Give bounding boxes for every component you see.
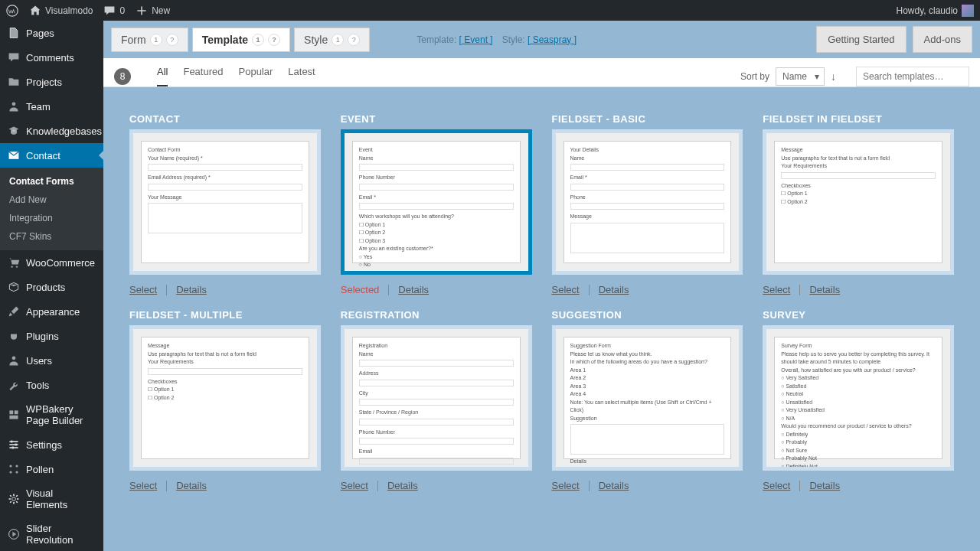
help-icon[interactable]: ? xyxy=(268,34,280,46)
tab-style[interactable]: Style1? xyxy=(294,28,370,52)
details-link[interactable]: Details xyxy=(176,480,207,491)
tab-template[interactable]: Template1? xyxy=(192,28,290,52)
details-link[interactable]: Details xyxy=(809,284,840,295)
select-link[interactable]: Select xyxy=(763,284,790,295)
sidebar-item-label: Pollen xyxy=(26,464,54,475)
tab-form[interactable]: Form1? xyxy=(111,28,188,52)
submenu-contact-forms[interactable]: Contact Forms xyxy=(0,172,103,191)
sidebar-item-slider-revolution[interactable]: Slider Revolution xyxy=(0,517,103,551)
template-card: SURVEYSurvey FormPlease help us to serve… xyxy=(763,309,954,491)
sidebar-item-label: Settings xyxy=(26,439,62,451)
gear-icon xyxy=(8,493,20,505)
select-link[interactable]: Select xyxy=(129,480,157,491)
template-preview[interactable]: Contact FormYour Name (required) *Email … xyxy=(129,129,321,275)
addons-button[interactable]: Add-ons xyxy=(913,26,972,53)
sidebar-item-wpbakery-page-builder[interactable]: WPBakery Page Builder xyxy=(0,397,103,432)
sidebar-item-contact[interactable]: Contact xyxy=(0,143,103,168)
svg-rect-6 xyxy=(9,410,13,414)
select-link[interactable]: Select xyxy=(341,480,368,491)
card-title: SURVEY xyxy=(763,309,954,321)
template-card: FIELDSET IN FIELDSETMessageUse paragraph… xyxy=(763,113,954,295)
user-icon xyxy=(8,354,20,367)
tab-count: 1 xyxy=(252,34,264,46)
site-link[interactable]: Visualmodo xyxy=(29,5,93,17)
sidebar-item-label: Tools xyxy=(26,380,49,391)
info-template-value[interactable]: [ Event ] xyxy=(459,34,493,45)
template-preview[interactable]: MessageUse paragraphs for text that is n… xyxy=(763,129,954,275)
sidebar-item-pollen[interactable]: Pollen xyxy=(0,457,103,481)
filter-featured[interactable]: Featured xyxy=(183,66,223,86)
submenu-add-new[interactable]: Add New xyxy=(0,191,103,209)
comment-icon xyxy=(8,51,20,64)
template-preview[interactable]: MessageUse paragraphs for text that is n… xyxy=(129,325,321,471)
sidebar-item-tools[interactable]: Tools xyxy=(0,373,103,397)
folder-icon xyxy=(8,76,20,88)
sidebar-item-knowledgebases[interactable]: Knowledgebases xyxy=(0,119,103,143)
sidebar-item-visual-elements[interactable]: Visual Elements xyxy=(0,481,103,517)
template-preview[interactable]: Your DetailsNameEmail *PhoneMessage xyxy=(552,129,743,275)
info-style-value[interactable]: [ Seaspray ] xyxy=(528,34,577,45)
template-card: FIELDSET - BASICYour DetailsNameEmail *P… xyxy=(552,113,743,295)
svg-point-5 xyxy=(12,356,16,360)
sidebar-item-appearance[interactable]: Appearance xyxy=(0,299,103,324)
comments-count[interactable]: 0 xyxy=(103,5,125,17)
template-card: SUGGESTIONSuggestion FormPlease let us k… xyxy=(552,309,743,491)
sidebar-item-products[interactable]: Products xyxy=(0,275,103,299)
select-link[interactable]: Select xyxy=(552,480,580,491)
sidebar-item-pages[interactable]: Pages xyxy=(0,21,103,45)
sidebar-item-label: WPBakery Page Builder xyxy=(26,403,96,426)
avatar xyxy=(962,5,974,17)
svg-point-4 xyxy=(16,266,18,267)
submenu-integration[interactable]: Integration xyxy=(0,209,103,227)
submenu-cf7-skins[interactable]: CF7 Skins xyxy=(0,227,103,246)
details-link[interactable]: Details xyxy=(387,480,418,491)
user-greeting[interactable]: Howdy, claudio xyxy=(897,5,974,17)
info-style-label: Style: xyxy=(502,34,525,45)
sidebar-item-settings[interactable]: Settings xyxy=(0,432,103,457)
sidebar-item-label: WooCommerce xyxy=(26,257,95,269)
new-content[interactable]: New xyxy=(136,5,170,17)
details-link[interactable]: Details xyxy=(176,284,207,295)
template-preview[interactable]: Survey FormPlease help us to serve you b… xyxy=(763,325,954,471)
template-preview[interactable]: Suggestion FormPlease let us know what y… xyxy=(552,325,743,471)
sidebar-item-plugins[interactable]: Plugins xyxy=(0,324,103,348)
getting-started-button[interactable]: Getting Started xyxy=(816,26,906,53)
cap-icon xyxy=(8,125,20,137)
sidebar-item-label: Visual Elements xyxy=(26,487,96,510)
wp-logo[interactable] xyxy=(6,5,18,17)
filter-popular[interactable]: Popular xyxy=(239,66,273,86)
help-icon[interactable]: ? xyxy=(166,34,178,46)
admin-bar: Visualmodo 0 New Howdy, claudio xyxy=(0,0,980,21)
box-icon xyxy=(8,281,20,293)
sidebar-item-comments[interactable]: Comments xyxy=(0,45,103,70)
sidebar-item-label: Appearance xyxy=(26,306,80,318)
skins-toolbar: Form1?Template1?Style1? Template: [ Even… xyxy=(103,21,980,58)
template-preview[interactable]: RegistrationNameAddressCityState / Provi… xyxy=(341,325,532,471)
plug-icon xyxy=(8,330,20,342)
sidebar-item-projects[interactable]: Projects xyxy=(0,70,103,94)
sidebar-item-users[interactable]: Users xyxy=(0,348,103,373)
svg-rect-8 xyxy=(9,416,18,419)
svg-point-15 xyxy=(15,471,18,473)
details-link[interactable]: Details xyxy=(599,284,629,295)
sort-direction-icon[interactable]: ↓ xyxy=(831,70,836,83)
sidebar-item-woocommerce[interactable]: WooCommerce xyxy=(0,250,103,275)
filter-bar: 8 AllFeaturedPopularLatest Sort by Name … xyxy=(103,58,980,87)
search-input[interactable] xyxy=(856,67,969,86)
admin-sidebar: PagesCommentsProjectsTeamKnowledgebasesC… xyxy=(0,21,103,551)
wrench-icon xyxy=(8,379,20,391)
sidebar-item-team[interactable]: Team xyxy=(0,94,103,119)
sort-select[interactable]: Name xyxy=(776,67,825,86)
template-card: EVENTEventNamePhone NumberEmail *Which w… xyxy=(341,113,532,295)
filter-all[interactable]: All xyxy=(157,66,168,86)
details-link[interactable]: Details xyxy=(599,480,629,491)
details-link[interactable]: Details xyxy=(398,284,429,295)
template-preview[interactable]: EventNamePhone NumberEmail *Which worksh… xyxy=(341,129,532,275)
svg-point-0 xyxy=(7,5,18,15)
select-link[interactable]: Select xyxy=(552,284,580,295)
select-link[interactable]: Select xyxy=(129,284,157,295)
select-link[interactable]: Select xyxy=(763,480,790,491)
help-icon[interactable]: ? xyxy=(348,34,360,46)
details-link[interactable]: Details xyxy=(809,480,840,491)
filter-latest[interactable]: Latest xyxy=(288,66,315,86)
